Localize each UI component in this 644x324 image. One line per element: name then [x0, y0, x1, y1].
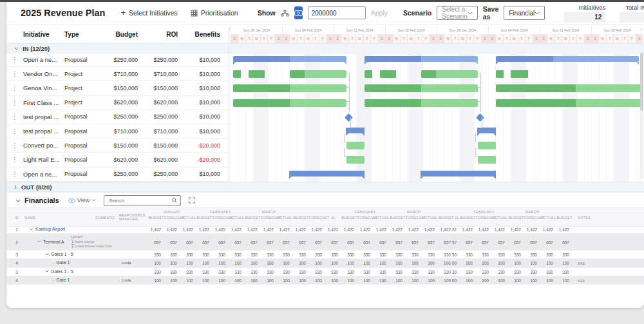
- fin-value-cell: 330: [245, 253, 258, 257]
- table-row[interactable]: ⋮First Class ...Project$620,000$620,000$…: [6, 96, 229, 110]
- fin-value-cell: 330: [196, 270, 209, 274]
- view-dropdown[interactable]: View: [68, 197, 96, 204]
- fin-value-cell: 330: [229, 270, 242, 274]
- fin-value-cell: 330: [277, 253, 290, 257]
- fin-value-cell: 100: [164, 261, 177, 265]
- table-row[interactable]: ⋮test propal ...Proposal$710,000$710,000…: [6, 124, 229, 138]
- fin-row-name[interactable]: -Gate 1: [53, 260, 70, 265]
- gantt-bar[interactable]: [365, 99, 478, 107]
- drag-handle-icon[interactable]: ⋮: [6, 113, 23, 120]
- gantt-parent-notch: [421, 176, 423, 179]
- gantt-bar[interactable]: [496, 99, 641, 107]
- table-row[interactable]: ⋮Convert po...Proposal$150,000$150,000-$…: [6, 138, 229, 153]
- fin-row[interactable]: 3Gates 1 - 53303303303303303303303303303…: [6, 268, 644, 276]
- gantt-bar[interactable]: [478, 156, 496, 164]
- gantt-parent-notch: [362, 133, 365, 136]
- fin-row-name[interactable]: Terminal A: [37, 240, 64, 244]
- table-row[interactable]: ⋮Genoa Vin...Project$150,000$150,000$10,…: [6, 81, 229, 95]
- dependency-connector: [480, 73, 481, 112]
- fin-col-header: BUDGET: [196, 216, 213, 220]
- gantt-bar[interactable]: [365, 56, 478, 62]
- fin-value-cell: 330: [325, 253, 338, 257]
- initiative-name: First Class ...: [23, 99, 64, 106]
- gantt-bar[interactable]: [496, 84, 641, 92]
- gantt-bar-progress: [496, 70, 504, 78]
- drag-handle-icon[interactable]: ⋮: [6, 56, 23, 63]
- fin-row-name[interactable]: Gates 1 - 5: [45, 252, 73, 256]
- fin-col-header: AL: [325, 216, 341, 220]
- fin-value-cell: 1,422: [540, 227, 553, 232]
- gantt-bar[interactable]: [346, 156, 365, 164]
- fin-value-cell: 1,422: [277, 227, 290, 232]
- gantt-bar[interactable]: [290, 70, 346, 78]
- expand-icon[interactable]: [189, 197, 195, 204]
- gantt-bar-progress: [496, 56, 553, 62]
- milestone-diamond[interactable]: [345, 113, 353, 122]
- gantt-bar[interactable]: [365, 70, 372, 78]
- gantt-bar[interactable]: [421, 171, 496, 176]
- fin-value-cell: 330: [508, 270, 521, 274]
- search-input[interactable]: [108, 197, 169, 204]
- table-row[interactable]: ⋮Vendor On...Project$710,000$710,000$10,…: [6, 67, 229, 81]
- gantt-bar[interactable]: [233, 70, 241, 78]
- fin-value-cell: 330: [390, 253, 402, 257]
- fin-month-group-label: FEBRUARY: [460, 210, 508, 214]
- gantt-bar[interactable]: [233, 56, 346, 62]
- select-initiatives-button[interactable]: + Select Initiatives: [117, 7, 181, 19]
- gantt-bar[interactable]: [233, 99, 346, 107]
- fin-value-cell: 100: [556, 278, 569, 283]
- fin-row[interactable]: 2Terminal ALounges Aspire Lounge United …: [6, 234, 644, 251]
- gantt-bar[interactable]: [478, 142, 496, 149]
- gantt-vertical-scrollbar[interactable]: [640, 53, 643, 179]
- gantt-bar[interactable]: [477, 128, 496, 133]
- table-row[interactable]: ⋮Light Rail E...Proposal$620,000$620,000…: [6, 153, 229, 167]
- fin-col-header: BUDGET: [245, 216, 261, 220]
- drag-handle-icon[interactable]: ⋮: [6, 156, 23, 163]
- drag-handle-icon[interactable]: ⋮: [6, 128, 23, 135]
- table-row[interactable]: ⋮test propal ...Proposal$250,000$250,000…: [6, 110, 229, 124]
- fin-value-cell: 1,422: [325, 227, 338, 232]
- gantt-bar[interactable]: [249, 70, 265, 78]
- gantt-bar[interactable]: [233, 84, 346, 92]
- gantt-bar[interactable]: [496, 56, 639, 62]
- milestone-diamond[interactable]: [476, 113, 484, 122]
- fin-row[interactable]: 1Kastrup Airport1,4221,4221,4221,4221,42…: [6, 225, 644, 234]
- fin-row-name[interactable]: -Gate 1: [53, 278, 70, 282]
- gantt-bar[interactable]: [421, 70, 478, 78]
- fin-row[interactable]: 4-Gate 1Linda100100100100100100100100100…: [6, 276, 644, 285]
- gantt-parent-notch: [365, 62, 367, 64]
- fin-value-cell: 330: [277, 270, 290, 274]
- fin-value-cell: 330: [556, 270, 569, 274]
- chevron-down-icon[interactable]: [15, 199, 21, 202]
- group-band-out[interactable]: OUT (8/20): [6, 182, 644, 192]
- fin-value-cell: 657: [180, 240, 193, 245]
- fin-col-header: ACTUAL: [374, 216, 390, 220]
- initiative-name: Vendor On...: [23, 70, 64, 77]
- initiative-benefits: -$20,000: [180, 157, 223, 163]
- fin-col-header: FORECAST: [164, 216, 180, 220]
- gantt-bar[interactable]: [346, 142, 365, 149]
- fin-value-cell: 657: [245, 240, 258, 245]
- gantt-bar[interactable]: [346, 128, 365, 133]
- gantt-bar[interactable]: [365, 84, 478, 92]
- drag-handle-icon[interactable]: ⋮: [6, 70, 23, 77]
- fin-row[interactable]: 4-Gate 1Linda100100100100100100100100100…: [6, 259, 644, 267]
- table-row[interactable]: ⋮Open a ne...Proposal$250,000$250,000$10…: [6, 53, 229, 67]
- gantt-bar[interactable]: [496, 70, 504, 78]
- fin-row[interactable]: 3Gates 1 - 53303303303303303303303303303…: [6, 251, 644, 259]
- drag-handle-icon[interactable]: ⋮: [6, 171, 23, 178]
- fin-value-cell: 330: [213, 270, 225, 274]
- gantt-chart: [229, 1, 644, 195]
- fin-row-name[interactable]: Kastrup Airport: [30, 227, 65, 231]
- fin-row-name[interactable]: Gates 1 - 5: [45, 269, 73, 274]
- drag-handle-icon[interactable]: ⋮: [6, 84, 23, 91]
- fin-value-cell: 100: [213, 261, 225, 265]
- drag-handle-icon[interactable]: ⋮: [6, 99, 23, 106]
- drag-handle-icon[interactable]: ⋮: [6, 142, 23, 149]
- fin-value-cell: 330: [164, 253, 177, 257]
- gantt-bar[interactable]: [511, 70, 528, 78]
- gantt-bar[interactable]: [289, 171, 365, 176]
- gantt-bar[interactable]: [380, 70, 396, 78]
- table-row[interactable]: ⋮Open a ne...Proposal$250,000$250,000$10…: [6, 167, 229, 182]
- fin-col-header: BUDGET: [556, 216, 573, 220]
